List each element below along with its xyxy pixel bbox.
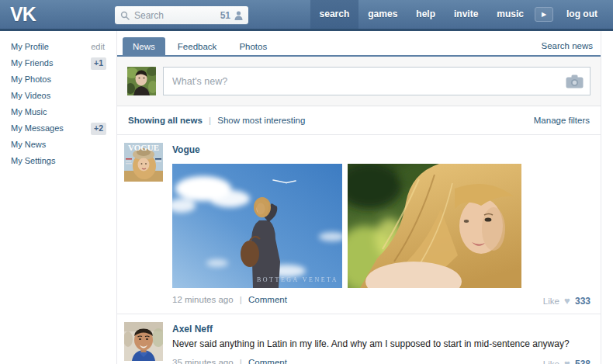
separator: | — [240, 295, 242, 304]
feed-post-vogue: VOGUE Vogue — [117, 135, 601, 314]
tab-news[interactable]: News — [123, 37, 165, 57]
feed-post-axel-neff: Axel Neff Never said anything in Latin i… — [117, 314, 601, 364]
nav-games[interactable]: games — [358, 0, 407, 29]
person-icon — [234, 11, 243, 20]
heart-icon: ♥ — [564, 358, 570, 364]
attached-photo-portrait[interactable] — [348, 164, 521, 288]
like-count: 333 — [575, 296, 590, 307]
separator: | — [240, 358, 242, 364]
post-photos: BOTTEGA VENETA — [172, 164, 590, 288]
post-timestamp[interactable]: 12 minutes ago — [172, 295, 234, 304]
my-news-link[interactable]: My News — [11, 140, 46, 149]
play-icon: ▶ — [542, 11, 546, 18]
tab-photos[interactable]: Photos — [229, 37, 277, 57]
search-input[interactable] — [134, 10, 220, 21]
sidebar-item-photos: My Photos — [0, 71, 116, 88]
header-search-box[interactable]: 51 — [115, 6, 248, 24]
news-tabs: News Feedback Photos Search news — [117, 31, 601, 57]
left-sidebar: My Profile edit My Friends +1 My Photos … — [0, 31, 116, 169]
post-timestamp[interactable]: 35 minutes ago — [172, 358, 234, 364]
post-author-link[interactable]: Axel Neff — [172, 324, 213, 335]
play-music-button[interactable]: ▶ — [535, 7, 553, 22]
sidebar-item-friends: My Friends +1 — [0, 55, 116, 71]
post-body: Axel Neff Never said anything in Latin i… — [172, 322, 590, 364]
like-count: 538 — [575, 359, 590, 364]
edit-profile-link[interactable]: edit — [91, 42, 105, 52]
manage-filters-link[interactable]: Manage filters — [534, 116, 590, 125]
header-nav: search games help invite music ▶ log out — [310, 0, 607, 29]
tab-feedback[interactable]: Feedback — [168, 37, 227, 57]
whats-new-box — [163, 67, 590, 95]
sidebar-item-news: My News — [0, 137, 116, 153]
showing-all-news-label[interactable]: Showing all news — [128, 116, 203, 125]
vk-news-page: { "colors": { "header_blue_top": "#6285a… — [0, 0, 613, 364]
post-text: Never said anything in Latin in my life.… — [172, 338, 590, 351]
sidebar-item-profile: My Profile edit — [0, 39, 116, 55]
vogue-avatar[interactable]: VOGUE — [124, 143, 163, 182]
vk-logo[interactable]: VK — [10, 3, 36, 26]
messages-count-badge[interactable]: +2 — [91, 123, 106, 135]
post-body: Vogue — [172, 143, 590, 307]
sidebar-item-videos: My Videos — [0, 88, 116, 104]
my-profile-link[interactable]: My Profile — [11, 42, 49, 51]
search-news-link[interactable]: Search news — [542, 41, 593, 50]
comment-link[interactable]: Comment — [248, 295, 287, 304]
nav-logout[interactable]: log out — [557, 0, 607, 29]
online-friends-count[interactable]: 51 — [220, 10, 230, 21]
my-photos-link[interactable]: My Photos — [11, 75, 51, 84]
attached-photo-sky-fashion[interactable]: BOTTEGA VENETA — [172, 164, 342, 288]
sidebar-item-music: My Music — [0, 104, 116, 120]
svg-text:VOGUE: VOGUE — [128, 143, 159, 152]
like-label: Like — [543, 359, 559, 364]
my-messages-link[interactable]: My Messages — [11, 123, 64, 133]
news-filter-bar: Showing all news | Show most interesting… — [117, 106, 601, 135]
whats-new-input[interactable] — [164, 68, 590, 95]
nav-help[interactable]: help — [407, 0, 445, 29]
post-author-link[interactable]: Vogue — [172, 144, 200, 155]
search-icon — [120, 11, 130, 20]
avatar[interactable] — [127, 67, 156, 95]
comment-link[interactable]: Comment — [248, 358, 287, 364]
separator: | — [209, 116, 211, 125]
sidebar-item-settings: My Settings — [0, 153, 116, 169]
post-footer: 12 minutes ago | Comment Like ♥ 333 — [172, 295, 590, 307]
like-label: Like — [543, 296, 559, 306]
nav-music[interactable]: music — [487, 0, 533, 29]
like-button[interactable]: Like ♥ 538 — [543, 358, 590, 364]
my-friends-link[interactable]: My Friends — [11, 58, 53, 68]
heart-icon: ♥ — [564, 295, 570, 307]
main-content: News Feedback Photos Search news — [116, 31, 601, 364]
my-videos-link[interactable]: My Videos — [11, 91, 50, 100]
photo-watermark: BOTTEGA VENETA — [257, 276, 338, 283]
my-settings-link[interactable]: My Settings — [11, 156, 55, 165]
my-music-link[interactable]: My Music — [11, 107, 47, 116]
axel-neff-avatar[interactable] — [124, 322, 163, 361]
status-composer — [117, 57, 601, 106]
top-header: VK 51 search games help invite music ▶ l… — [0, 0, 613, 31]
sidebar-item-messages: My Messages +2 — [0, 120, 116, 137]
like-button[interactable]: Like ♥ 333 — [543, 295, 590, 307]
nav-invite[interactable]: invite — [445, 0, 487, 29]
post-footer: 35 minutes ago | Comment Like ♥ 538 — [172, 358, 590, 364]
nav-search[interactable]: search — [310, 0, 359, 29]
friends-count-badge[interactable]: +1 — [91, 57, 106, 70]
camera-icon[interactable] — [566, 75, 584, 88]
show-most-interesting-link[interactable]: Show most interesting — [217, 116, 305, 125]
